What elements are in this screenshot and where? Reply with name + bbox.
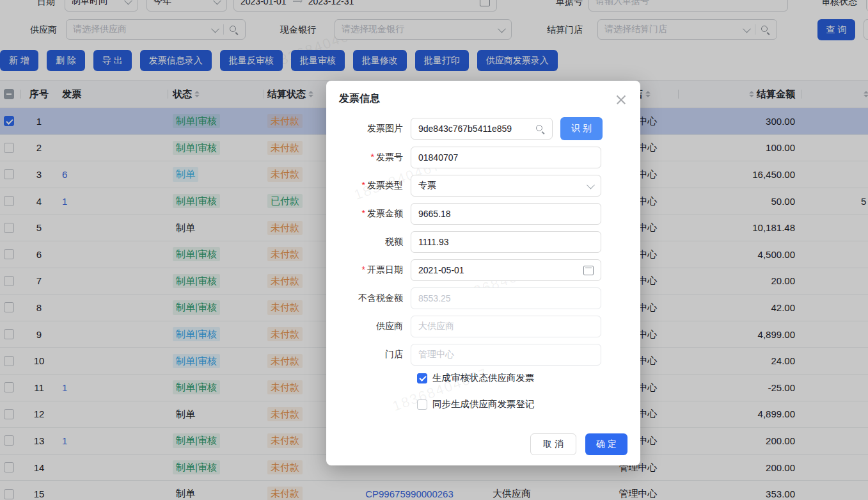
- supplier-field: 大供应商: [411, 316, 601, 337]
- invoice-amount-label: 发票金额: [326, 208, 411, 220]
- invoice-amount-value: 9665.18: [418, 209, 594, 219]
- invoice-image-field[interactable]: 9de843c767b5411e859: [411, 118, 553, 140]
- modal-title: 发票信息: [326, 81, 640, 115]
- invoice-no-value: 01840707: [418, 152, 594, 163]
- invoice-amount-field[interactable]: 9665.18: [411, 203, 601, 225]
- confirm-button[interactable]: 确 定: [585, 433, 627, 455]
- amount-ex-tax-value: 8553.25: [418, 293, 594, 303]
- amount-ex-tax-label: 不含税金额: [326, 293, 411, 304]
- store-value: 管理中心: [418, 349, 594, 360]
- invoice-image-label: 发票图片: [326, 123, 411, 134]
- calendar-icon: [583, 266, 594, 275]
- cancel-button[interactable]: 取 消: [530, 433, 576, 455]
- generate-audited-invoice-checkbox[interactable]: [417, 373, 427, 383]
- chevron-down-icon: [587, 181, 595, 189]
- invoice-type-value: 专票: [418, 180, 584, 191]
- invoice-no-label: 发票号: [326, 152, 411, 163]
- invoice-image-value: 9de843c767b5411e859: [418, 124, 535, 134]
- tax-field[interactable]: 1111.93: [411, 231, 601, 253]
- store-field: 管理中心: [411, 344, 601, 366]
- supplier-value: 大供应商: [418, 321, 594, 332]
- invoice-date-label: 开票日期: [326, 264, 411, 276]
- recognize-button[interactable]: 识 别: [560, 117, 603, 140]
- tax-label: 税额: [326, 236, 411, 248]
- sync-generate-register-label: 同步生成供应商发票登记: [432, 398, 535, 410]
- store-label: 门店: [326, 349, 411, 360]
- invoice-type-select[interactable]: 专票: [411, 175, 601, 197]
- invoice-date-value: 2021-05-01: [418, 265, 583, 275]
- tax-value: 1111.93: [418, 237, 594, 247]
- generate-audited-invoice-label: 生成审核状态供应商发票: [432, 372, 535, 384]
- invoice-info-modal: 18368404677 18368404677 18368404677 发票信息…: [326, 81, 640, 465]
- sync-generate-register-checkbox[interactable]: [417, 399, 427, 410]
- search-icon[interactable]: [535, 124, 545, 134]
- close-icon[interactable]: [616, 95, 626, 105]
- invoice-date-field[interactable]: 2021-05-01: [411, 259, 601, 281]
- invoice-no-field[interactable]: 01840707: [411, 147, 601, 168]
- amount-ex-tax-field: 8553.25: [411, 287, 601, 309]
- invoice-type-label: 发票类型: [326, 180, 411, 191]
- supplier-label: 供应商: [326, 321, 411, 332]
- modal-form: 发票图片 9de843c767b5411e859 识 别 发票号 0184070…: [326, 115, 640, 410]
- invoice-management-page: 18368404677 18368404677 18368404677 1836…: [0, 0, 868, 500]
